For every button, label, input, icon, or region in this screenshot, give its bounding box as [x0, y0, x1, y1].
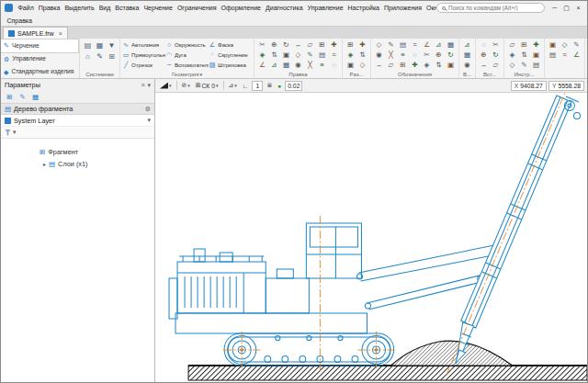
ribbon-tool-icon[interactable]: ✂: [256, 39, 268, 50]
geometry-tool-0[interactable]: ∿Автолиния: [122, 39, 165, 50]
ribbon-tab-standard-parts[interactable]: ◆ Стандартные изделия: [1, 65, 79, 78]
ribbon-tool-icon[interactable]: ✚: [530, 39, 542, 50]
filter-row[interactable]: ▾: [1, 127, 154, 139]
ribbon-tool-icon[interactable]: ▤: [316, 50, 328, 60]
ribbon-group-label[interactable]: Инстр...: [506, 70, 542, 78]
ribbon-tool-icon[interactable]: ◇: [356, 60, 368, 70]
ribbon-tool-icon[interactable]: ╳: [385, 50, 397, 60]
menu-item-9[interactable]: Управление: [305, 4, 345, 12]
menu-item-3[interactable]: Вид: [96, 4, 113, 12]
geometry-tool-5[interactable]: ┄Вспомогательная прямая: [165, 60, 209, 70]
ribbon-tool-icon[interactable]: ◇: [559, 39, 571, 50]
geometry-tool-1[interactable]: ▭Прямоугольник: [122, 50, 165, 60]
ribbon-tool-icon[interactable]: ▱: [506, 39, 518, 50]
ribbon-group-label[interactable]: [547, 70, 582, 78]
ribbon-tool-icon[interactable]: ⊕: [268, 39, 280, 50]
ribbon-tool-icon[interactable]: ◈: [421, 60, 433, 70]
panel-tool-icon-3[interactable]: ▦: [30, 92, 40, 102]
tab-close-icon[interactable]: ×: [59, 30, 62, 37]
ribbon-tool-icon[interactable]: ◇: [506, 60, 518, 70]
grid-step-field[interactable]: 1: [252, 81, 263, 91]
ribbon-tool-icon[interactable]: ✚: [328, 39, 340, 50]
ribbon-tool-icon[interactable]: ≈: [328, 50, 340, 60]
ribbon-tool-icon[interactable]: ▦: [461, 50, 473, 60]
line-style-button[interactable]: ▾: [158, 80, 174, 91]
ribbon-tool-icon[interactable]: ▣: [530, 50, 542, 60]
system-tool-icon[interactable]: ▦: [94, 39, 106, 51]
drawing-canvas[interactable]: [155, 93, 587, 382]
menu-item-5[interactable]: Черчение: [141, 4, 175, 12]
geometry-tool-4[interactable]: ◠Дуга: [165, 50, 209, 60]
system-tool-icon[interactable]: ✎: [94, 51, 106, 62]
coordinate-system-button[interactable]: ⊞ СК 0 ▾: [194, 80, 220, 91]
system-tool-icon[interactable]: ▼: [106, 39, 118, 51]
menu-item-4[interactable]: Вставка: [113, 4, 141, 12]
system-tool-icon[interactable]: ⊞: [106, 51, 118, 62]
geometry-group-label[interactable]: Геометрия▾: [122, 70, 252, 78]
ribbon-tool-icon[interactable]: ▤: [547, 50, 559, 60]
tree-item-fragment[interactable]: ⊞ Фрагмент: [1, 146, 154, 158]
ribbon-tool-icon[interactable]: ⊞: [345, 39, 356, 50]
ribbon-tool-icon[interactable]: ⊿: [268, 60, 280, 70]
menu-item-10[interactable]: Настройка: [345, 4, 381, 12]
geometry-tool-3[interactable]: ○Окружность: [165, 39, 209, 50]
ribbon-tool-icon[interactable]: ⊕: [478, 50, 490, 60]
system-group-label[interactable]: Системная: [82, 70, 118, 78]
snap-button[interactable]: ⊿ ▾: [227, 80, 239, 91]
ribbon-tool-icon[interactable]: ≡: [316, 60, 328, 70]
panel-tool-icon-1[interactable]: ⊞: [5, 92, 15, 102]
ortho-button[interactable]: ∟: [241, 80, 251, 91]
ribbon-tool-icon[interactable]: ≈: [559, 50, 571, 60]
ribbon-tool-icon[interactable]: ⊿: [461, 39, 473, 50]
menu-item-6[interactable]: Ограничения: [175, 4, 219, 12]
ribbon-tool-icon[interactable]: ✎: [304, 50, 316, 60]
ribbon-tool-icon[interactable]: ▱: [490, 60, 502, 70]
ribbon-tool-icon[interactable]: ✎: [518, 60, 530, 70]
ribbon-tool-icon[interactable]: ◈: [256, 50, 268, 60]
gear-icon[interactable]: ⚙: [145, 106, 151, 113]
geometry-tool-7[interactable]: ◜Скругление: [209, 50, 252, 60]
ribbon-tab-management[interactable]: ⚙ Управление: [1, 53, 79, 66]
ribbon-tool-icon[interactable]: ⇅: [518, 50, 530, 60]
ribbon-tool-icon[interactable]: ▣: [345, 60, 356, 70]
ribbon-group-label[interactable]: Обозначения: [373, 70, 457, 78]
ribbon-tool-icon[interactable]: ▱: [385, 60, 397, 70]
menu-item-help[interactable]: Справка: [5, 17, 34, 25]
ribbon-tool-icon[interactable]: ◈: [506, 50, 518, 60]
ribbon-group-label[interactable]: Вст...: [478, 70, 502, 78]
ribbon-tool-icon[interactable]: ◈: [345, 50, 356, 60]
ribbon-tool-icon[interactable]: ◌: [409, 50, 421, 60]
chevron-down-icon[interactable]: ▾: [147, 117, 151, 124]
x-coordinate[interactable]: X 9408.27: [511, 81, 547, 91]
ribbon-tool-icon[interactable]: ✎: [571, 39, 582, 50]
ribbon-tool-icon[interactable]: ↻: [445, 50, 457, 60]
panel-menu-icon[interactable]: ≡: [141, 82, 144, 88]
ribbon-tool-icon[interactable]: ▦: [280, 60, 292, 70]
ribbon-tool-icon[interactable]: ⊿: [433, 39, 445, 50]
chevron-down-icon[interactable]: ▾: [13, 129, 17, 136]
close-button[interactable]: ×: [572, 3, 584, 13]
minimize-button[interactable]: ─: [548, 3, 560, 13]
menu-item-8[interactable]: Диагностика: [264, 4, 306, 12]
ribbon-tool-icon[interactable]: ◉: [292, 60, 304, 70]
y-coordinate[interactable]: Y 5558.28: [548, 81, 584, 91]
ribbon-tool-icon[interactable]: ⊞: [316, 39, 328, 50]
ribbon-tool-icon[interactable]: ✎: [385, 39, 397, 50]
ribbon-tool-icon[interactable]: ▱: [304, 39, 316, 50]
maximize-button[interactable]: ▢: [560, 3, 572, 13]
ribbon-tool-icon[interactable]: ↔: [478, 60, 490, 70]
menu-item-11[interactable]: Приложения: [382, 4, 424, 12]
ribbon-tool-icon[interactable]: ▤: [530, 60, 542, 70]
geometry-tool-2[interactable]: ╱Отрезок: [122, 60, 165, 70]
document-tab[interactable]: SAMPLE.frw ×: [3, 27, 68, 39]
ribbon-tool-icon[interactable]: ◌: [478, 39, 490, 50]
search-input[interactable]: [448, 5, 539, 11]
constraints-indicator[interactable]: ●: [276, 80, 283, 91]
ribbon-tool-icon[interactable]: ↔: [373, 60, 385, 70]
ribbon-tool-icon[interactable]: ▣: [445, 60, 457, 70]
ribbon-tab-drawing[interactable]: ✎ Черчение: [1, 39, 79, 53]
geometry-tool-8[interactable]: ▨Штриховка: [209, 60, 252, 70]
ribbon-tool-icon[interactable]: ◇: [292, 50, 304, 60]
ribbon-tool-icon[interactable]: ⊕: [433, 50, 445, 60]
ribbon-group-label[interactable]: Раз...: [345, 70, 368, 78]
